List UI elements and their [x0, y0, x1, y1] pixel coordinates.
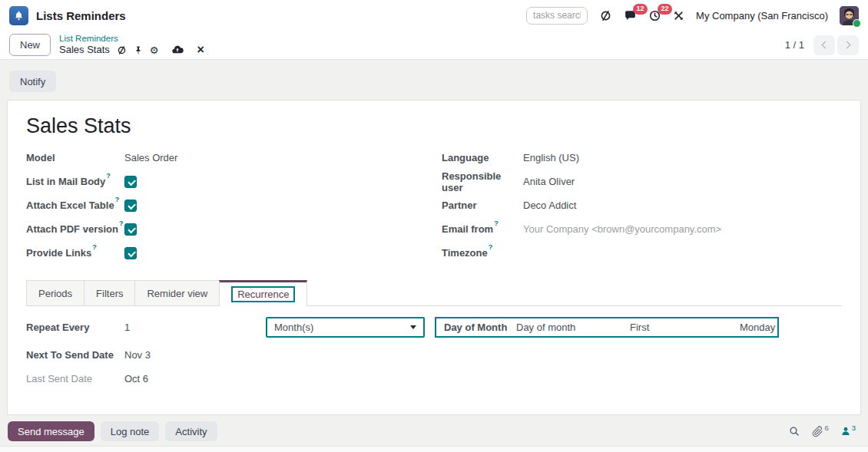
systray: 12 22 My Company (San Francisco) — [526, 6, 859, 25]
fields-right-column: Language English (US) Responsible user A… — [442, 150, 842, 269]
top-navbar: Lists Reminders 12 22 My Company (San Fr… — [0, 0, 868, 31]
attachments-count: 6 — [824, 424, 828, 432]
chatter-tools: 6 3 — [788, 425, 860, 437]
bottom-strip — [0, 446, 868, 452]
next-send-date-value[interactable]: Nov 3 — [124, 349, 151, 361]
messages-icon[interactable]: 12 — [624, 9, 637, 22]
recurrence-pane: Repeat Every 1 Month(s) Day of Month Day… — [26, 306, 842, 386]
followers-icon[interactable]: 3 — [840, 426, 856, 437]
pager-previous-button[interactable] — [813, 35, 835, 55]
control-panel: New List Reminders Sales Stats ⚙ × 1 / 1 — [0, 31, 868, 60]
user-menu[interactable] — [840, 6, 859, 25]
field-responsible-user: Responsible user Anita Oliver — [442, 174, 842, 189]
help-icon: ? — [489, 243, 493, 251]
company-switcher[interactable]: My Company (San Francisco) — [696, 10, 828, 21]
chevron-down-icon — [410, 325, 416, 329]
odoo-window: Lists Reminders 12 22 My Company (San Fr… — [0, 0, 868, 452]
day-of-month-group: Day of Month Day of month First Monday — [435, 317, 779, 338]
chatter-bar: Send message Log note Activity 6 3 — [0, 415, 868, 446]
interval-unit-select[interactable]: Month(s) — [266, 317, 425, 338]
breadcrumb-current: Sales Stats — [59, 45, 110, 56]
log-note-button[interactable]: Log note — [101, 421, 160, 441]
email-from-value[interactable]: Your Company <brown@yourcompany.com> — [523, 223, 721, 235]
field-partner: Partner Deco Addict — [442, 198, 842, 213]
main-content: Notify Sales Stats Model Sales Order Lis… — [0, 60, 868, 452]
list-in-mail-body-checkbox[interactable] — [124, 176, 137, 188]
attachments-icon[interactable]: 6 — [812, 426, 828, 437]
language-value[interactable]: English (US) — [523, 152, 579, 163]
day-of-month-select[interactable]: Day of month — [516, 322, 630, 333]
responsible-user-value[interactable]: Anita Oliver — [523, 176, 575, 187]
tab-remider-view[interactable]: Remider view — [134, 280, 220, 305]
messages-badge: 12 — [633, 4, 648, 15]
activities-badge: 22 — [658, 4, 672, 15]
send-message-button[interactable]: Send message — [8, 421, 94, 441]
field-provide-links: Provide Links? — [26, 246, 442, 260]
breadcrumb: List Reminders Sales Stats ⚙ × — [59, 34, 204, 56]
pager: 1 / 1 — [785, 35, 859, 55]
help-icon: ? — [115, 196, 120, 203]
gear-icon[interactable]: ⚙ — [150, 45, 159, 55]
last-sent-date-value[interactable]: Oct 6 — [124, 373, 148, 384]
field-timezone: Timezone? — [442, 246, 842, 260]
tab-periods[interactable]: Periods — [26, 280, 84, 305]
field-list-in-mail-body: List in Mail Body? — [26, 174, 442, 189]
activity-button[interactable]: Activity — [165, 421, 217, 441]
tab-recurrence[interactable]: Recurrence — [219, 280, 307, 306]
app-bell-icon[interactable] — [9, 6, 28, 25]
search-messages-icon[interactable] — [788, 425, 800, 437]
online-status-dot — [853, 19, 861, 28]
presence-refresh-icon[interactable] — [599, 9, 612, 22]
week-position-select[interactable]: First — [630, 322, 740, 333]
tab-filters[interactable]: Filters — [84, 280, 135, 305]
tasks-search-input[interactable] — [526, 7, 588, 25]
pager-next-button[interactable] — [837, 35, 859, 55]
fields-left-column: Model Sales Order List in Mail Body? Att… — [26, 150, 442, 269]
help-icon: ? — [119, 219, 124, 227]
attach-excel-table-checkbox[interactable] — [124, 200, 137, 212]
field-attach-pdf-version: Attach PDF version? — [26, 222, 442, 236]
debug-tools-icon[interactable] — [673, 10, 684, 21]
pager-count: 1 / 1 — [785, 39, 804, 51]
field-language: Language English (US) — [442, 150, 842, 165]
breadcrumb-parent-link[interactable]: List Reminders — [59, 34, 204, 44]
field-attach-excel-table: Attach Excel Table? — [26, 198, 442, 213]
pin-icon[interactable] — [134, 45, 143, 55]
notify-button[interactable]: Notify — [9, 71, 56, 92]
notebook-tabs: Periods Filters Remider view Recurrence — [26, 280, 842, 306]
weekday-select[interactable]: Monday — [740, 322, 775, 333]
field-model: Model Sales Order — [26, 150, 442, 165]
help-icon: ? — [106, 172, 111, 180]
repeat-every-value[interactable]: 1 — [124, 322, 266, 333]
help-icon: ? — [494, 219, 499, 227]
followers-count: 3 — [852, 424, 856, 432]
help-icon: ? — [92, 243, 97, 251]
repeat-every-row: Repeat Every 1 Month(s) Day of Month Day… — [26, 317, 842, 338]
model-value[interactable]: Sales Order — [124, 152, 177, 163]
save-cloud-icon[interactable] — [171, 45, 184, 55]
next-send-date-row: Next To Send Date Nov 3 — [26, 348, 842, 362]
statusbar: Notify — [0, 60, 868, 100]
partner-value[interactable]: Deco Addict — [523, 200, 576, 211]
discard-icon[interactable]: × — [197, 44, 204, 56]
record-dirty-icon[interactable] — [117, 45, 127, 55]
field-email-from: Email from? Your Company <brown@yourcomp… — [442, 222, 842, 236]
activities-clock-icon[interactable]: 22 — [648, 9, 661, 22]
new-button[interactable]: New — [9, 34, 51, 56]
provide-links-checkbox[interactable] — [124, 247, 137, 259]
app-title: Lists Reminders — [36, 9, 126, 22]
last-sent-date-row: Last Sent Date Oct 6 — [26, 371, 842, 386]
form-sheet: Sales Stats Model Sales Order List in Ma… — [7, 100, 861, 415]
record-title[interactable]: Sales Stats — [26, 114, 842, 138]
attach-pdf-version-checkbox[interactable] — [124, 223, 137, 236]
